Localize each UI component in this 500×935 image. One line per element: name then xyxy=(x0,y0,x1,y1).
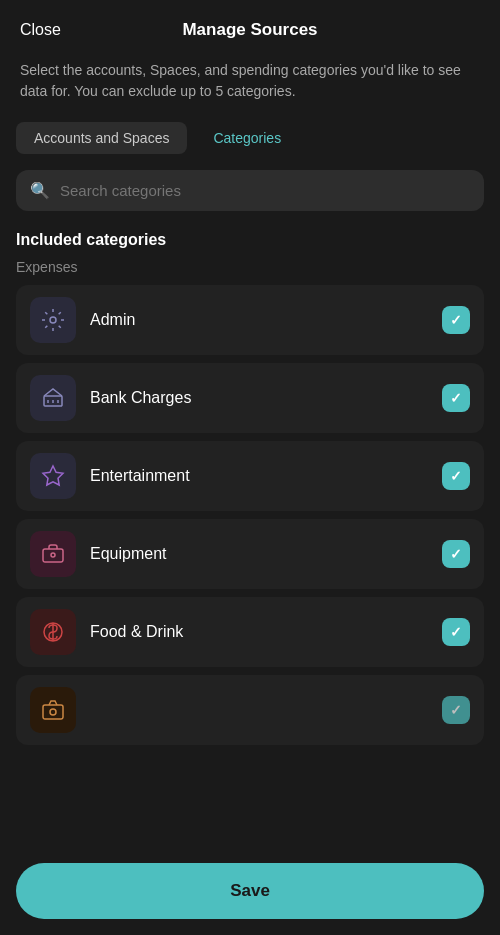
entertainment-checkbox[interactable]: ✓ xyxy=(442,462,470,490)
expenses-group-label: Expenses xyxy=(0,259,500,285)
equipment-check-icon: ✓ xyxy=(450,546,462,562)
entertainment-icon xyxy=(41,464,65,488)
category-item-admin[interactable]: Admin ✓ xyxy=(16,285,484,355)
search-input[interactable] xyxy=(60,182,470,199)
bank-charges-checkbox[interactable]: ✓ xyxy=(442,384,470,412)
search-wrapper: 🔍 xyxy=(16,170,484,211)
equipment-label: Equipment xyxy=(90,545,428,563)
food-icon xyxy=(41,620,65,644)
close-button[interactable]: Close xyxy=(20,21,61,39)
food-drink-label: Food & Drink xyxy=(90,623,428,641)
svg-rect-10 xyxy=(43,705,63,719)
subtitle-text: Select the accounts, Spaces, and spendin… xyxy=(0,52,500,122)
food-check-icon: ✓ xyxy=(450,624,462,640)
included-categories-title: Included categories xyxy=(0,231,500,259)
tab-accounts-spaces[interactable]: Accounts and Spaces xyxy=(16,122,187,154)
svg-point-11 xyxy=(50,709,56,715)
header: Close Manage Sources xyxy=(0,0,500,52)
admin-icon xyxy=(41,308,65,332)
category-item-equipment[interactable]: Equipment ✓ xyxy=(16,519,484,589)
tabs-container: Accounts and Spaces Categories xyxy=(0,122,500,170)
camera-icon-wrapper xyxy=(30,687,76,733)
equipment-checkbox[interactable]: ✓ xyxy=(442,540,470,568)
category-item-bank-charges[interactable]: Bank Charges ✓ xyxy=(16,363,484,433)
entertainment-check-icon: ✓ xyxy=(450,468,462,484)
search-icon: 🔍 xyxy=(30,181,50,200)
svg-point-0 xyxy=(50,317,56,323)
svg-point-7 xyxy=(51,553,55,557)
category-item-last[interactable]: ✓ xyxy=(16,675,484,745)
admin-icon-wrapper xyxy=(30,297,76,343)
category-item-food-drink[interactable]: Food & Drink ✓ xyxy=(16,597,484,667)
page-title: Manage Sources xyxy=(182,20,317,40)
save-button[interactable]: Save xyxy=(16,863,484,919)
save-button-container: Save xyxy=(0,847,500,935)
equipment-icon-wrapper xyxy=(30,531,76,577)
admin-check-icon: ✓ xyxy=(450,312,462,328)
food-drink-checkbox[interactable]: ✓ xyxy=(442,618,470,646)
bank-charges-label: Bank Charges xyxy=(90,389,428,407)
last-item-checkbox[interactable]: ✓ xyxy=(442,696,470,724)
bank-icon xyxy=(41,386,65,410)
categories-list: Admin ✓ Bank Charges ✓ Entertainment xyxy=(0,285,500,751)
bank-icon-wrapper xyxy=(30,375,76,421)
entertainment-icon-wrapper xyxy=(30,453,76,499)
admin-label: Admin xyxy=(90,311,428,329)
equipment-icon xyxy=(41,542,65,566)
bank-check-icon: ✓ xyxy=(450,390,462,406)
last-check-icon: ✓ xyxy=(450,702,462,718)
tab-categories[interactable]: Categories xyxy=(195,122,299,154)
search-container: 🔍 xyxy=(0,170,500,231)
svg-rect-6 xyxy=(43,549,63,562)
admin-checkbox[interactable]: ✓ xyxy=(442,306,470,334)
entertainment-label: Entertainment xyxy=(90,467,428,485)
category-item-entertainment[interactable]: Entertainment ✓ xyxy=(16,441,484,511)
svg-marker-5 xyxy=(43,466,63,485)
food-icon-wrapper xyxy=(30,609,76,655)
camera-icon xyxy=(41,698,65,722)
